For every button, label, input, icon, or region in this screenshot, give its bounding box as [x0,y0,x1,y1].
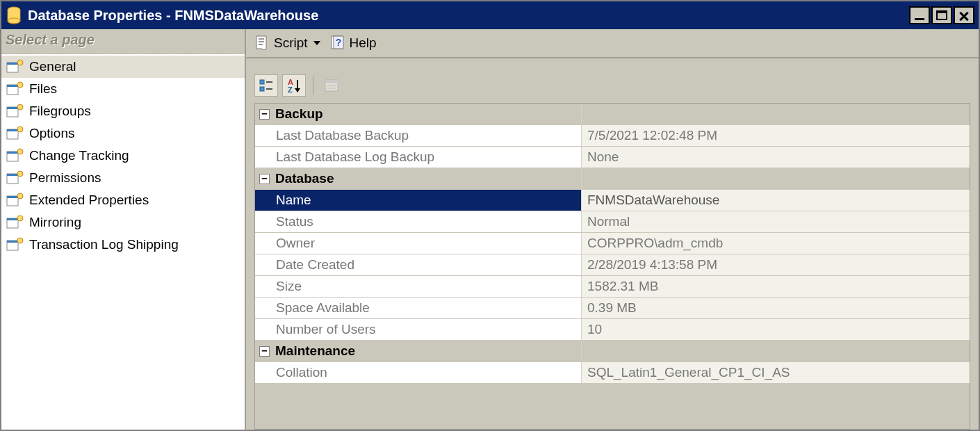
svg-rect-32 [260,80,264,84]
group-maintenance: Maintenance [255,341,970,362]
sidebar-item-options[interactable]: Options [1,122,245,145]
page-icon [6,193,24,208]
property-label: Space Available [276,300,370,316]
collapse-icon[interactable] [259,174,270,184]
property-label: Size [276,279,302,294]
minimize-button[interactable] [909,6,930,24]
svg-marker-39 [295,88,300,92]
row-name[interactable]: Name FNMSDataWarehouse [255,190,970,211]
property-value: None [582,147,970,168]
row-collation[interactable]: Collation SQL_Latin1_General_CP1_CI_AS [255,362,970,384]
window-titlebar: Database Properties - FNMSDataWarehouse [1,1,979,29]
sidebar-item-filegroups[interactable]: Filegroups [1,100,245,122]
sidebar-item-transaction-log-shipping[interactable]: Transaction Log Shipping [1,234,245,256]
property-label: Name [276,193,311,208]
page-icon [6,104,24,119]
sidebar-item-label: Permissions [29,170,101,186]
svg-rect-12 [7,129,18,131]
property-value: Normal [582,211,970,232]
collapse-icon[interactable] [259,346,270,357]
help-button[interactable]: ? Help [329,34,377,52]
svg-point-25 [17,216,23,221]
row-last-log-backup[interactable]: Last Database Log Backup None [255,147,970,168]
propertygrid-toolbar: AZ [246,70,979,101]
alphabetical-view-button[interactable]: AZ [282,74,306,97]
svg-rect-21 [7,196,18,198]
property-label: Owner [276,236,315,251]
group-backup: Backup [255,104,970,125]
svg-point-28 [17,238,23,243]
window-title: Database Properties - FNMSDataWarehouse [28,8,909,24]
row-date-created[interactable]: Date Created 2/28/2019 4:13:58 PM [255,254,970,276]
row-last-backup[interactable]: Last Database Backup 7/5/2021 12:02:48 P… [255,125,970,147]
svg-rect-24 [7,218,18,220]
row-size[interactable]: Size 1582.31 MB [255,276,970,298]
sidebar-item-label: General [29,59,76,74]
property-value: 0.39 MB [582,298,970,318]
sidebar-item-label: Filegroups [29,104,91,119]
sidebar-item-label: Transaction Log Shipping [29,237,179,252]
page-icon [6,126,24,141]
svg-point-19 [17,171,23,177]
property-value: 10 [582,319,970,340]
property-label: Last Database Backup [276,128,409,143]
group-header-label: Database [275,171,334,186]
svg-rect-9 [7,107,18,109]
sidebar-item-label: Change Tracking [29,148,129,163]
svg-point-16 [17,149,23,154]
property-pages-button[interactable] [320,74,344,97]
page-icon [6,170,24,186]
close-button[interactable] [954,6,974,24]
sidebar-item-mirroring[interactable]: Mirroring [1,211,245,234]
script-icon [253,34,271,52]
main-toolbar: Script ? Help [246,29,979,58]
svg-rect-3 [7,63,18,65]
page-icon [6,237,24,252]
database-icon [6,6,22,25]
page-icon [6,148,24,163]
property-value: 7/5/2021 12:02:48 PM [582,125,970,146]
property-value: 2/28/2019 4:13:58 PM [582,254,970,275]
svg-rect-41 [325,80,338,83]
categorized-view-button[interactable] [254,74,278,97]
page-icon [6,81,24,97]
maximize-button[interactable] [931,6,952,24]
page-icon [6,59,24,74]
property-label: Collation [276,365,327,380]
sidebar-item-files[interactable]: Files [1,78,245,100]
row-owner[interactable]: Owner CORPPRO\adm_cmdb [255,233,970,254]
sidebar-item-permissions[interactable]: Permissions [1,167,245,189]
property-label: Last Database Log Backup [276,149,434,165]
script-button[interactable]: Script [253,34,320,52]
help-icon: ? [329,34,347,52]
property-grid: Backup Last Database Backup 7/5/2021 12:… [254,103,970,430]
svg-rect-18 [7,174,18,176]
page-icon [6,215,24,230]
sidebar-item-change-tracking[interactable]: Change Tracking [1,145,245,167]
svg-point-22 [17,193,23,199]
row-number-of-users[interactable]: Number of Users 10 [255,319,970,341]
svg-rect-15 [7,152,18,154]
sidebar-item-label: Files [29,81,57,97]
svg-point-7 [17,82,23,88]
collapse-icon[interactable] [259,109,270,120]
svg-point-4 [17,60,23,65]
property-value: FNMSDataWarehouse [582,190,970,211]
sidebar-item-label: Mirroring [29,215,81,230]
property-label: Number of Users [276,322,376,337]
svg-rect-33 [260,87,264,91]
property-label: Date Created [276,257,354,273]
sidebar-item-label: Options [29,126,74,141]
sidebar-item-general[interactable]: General [1,56,245,78]
dropdown-caret-icon [313,41,320,45]
toolbar-divider [313,76,313,95]
property-value: SQL_Latin1_General_CP1_CI_AS [582,362,970,383]
sidebar-header: Select a page [1,29,245,54]
script-label: Script [274,35,308,51]
row-space-available[interactable]: Space Available 0.39 MB [255,298,970,319]
property-value: 1582.31 MB [582,276,970,297]
row-status[interactable]: Status Normal [255,211,970,233]
property-value: CORPPRO\adm_cmdb [582,233,970,254]
sidebar-item-extended-properties[interactable]: Extended Properties [1,189,245,211]
help-label: Help [350,35,377,51]
